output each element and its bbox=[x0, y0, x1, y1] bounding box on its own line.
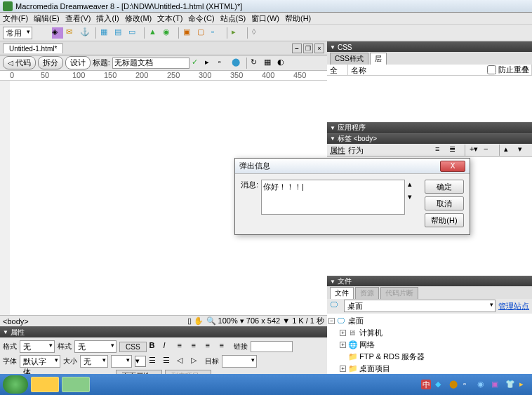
expand-icon[interactable]: − bbox=[328, 318, 335, 324]
tray-icon-2[interactable]: ⬤ bbox=[449, 380, 459, 389]
expand-icon[interactable]: + bbox=[340, 330, 346, 336]
insert-category-dropdown[interactable]: 常用 bbox=[3, 27, 32, 39]
refresh-icon[interactable]: ↻ bbox=[251, 58, 262, 69]
expand-icon[interactable]: + bbox=[340, 366, 346, 372]
task-explorer[interactable] bbox=[31, 377, 59, 392]
site-dropdown[interactable]: 桌面 bbox=[344, 300, 496, 312]
bold-icon[interactable]: B bbox=[149, 341, 161, 352]
prevent-overlap-checkbox[interactable] bbox=[487, 65, 496, 74]
style-dropdown[interactable]: 无 bbox=[74, 340, 117, 353]
properties-header[interactable]: 属性 bbox=[0, 326, 327, 337]
size-unit-dropdown[interactable] bbox=[111, 355, 132, 368]
align-right-icon[interactable]: ≡ bbox=[206, 341, 217, 352]
move-up-icon[interactable]: ▴ bbox=[504, 145, 515, 156]
link-input[interactable] bbox=[251, 341, 293, 352]
ime-icon[interactable]: 中 bbox=[421, 380, 431, 389]
attributes-tab[interactable]: 属性 bbox=[330, 145, 345, 156]
design-view-button[interactable]: 设计 bbox=[65, 56, 91, 69]
anchor-icon[interactable]: ⚓ bbox=[80, 27, 91, 39]
view-options-icon[interactable]: ▦ bbox=[264, 58, 275, 69]
visual-aids-icon[interactable]: ◐ bbox=[277, 58, 288, 69]
tree-item-computer[interactable]: 计算机 bbox=[359, 328, 383, 338]
list-ul-icon[interactable]: ☰ bbox=[149, 356, 160, 367]
window-size[interactable]: 706 x 542 ▼ 1 K / 1 秒 bbox=[246, 316, 324, 325]
indent-icon[interactable]: ▷ bbox=[191, 356, 202, 367]
css-button[interactable]: CSS bbox=[119, 342, 147, 352]
split-view-button[interactable]: 拆分 bbox=[38, 56, 63, 69]
media-icon[interactable]: ◉ bbox=[163, 27, 174, 39]
scroll-down-icon[interactable]: ▾ bbox=[408, 192, 419, 203]
color-swatch[interactable]: ▾ bbox=[135, 356, 146, 367]
title-input[interactable] bbox=[112, 58, 189, 69]
col-vis[interactable]: 全 bbox=[327, 65, 348, 75]
snippets-tab[interactable]: 代码片断 bbox=[380, 287, 418, 299]
show-set-icon[interactable]: ≡ bbox=[435, 145, 446, 156]
css-styles-tab[interactable]: CSS样式 bbox=[330, 53, 368, 65]
menu-commands[interactable]: 命令(C) bbox=[188, 13, 214, 24]
dialog-close-button[interactable]: X bbox=[440, 161, 465, 172]
email-icon[interactable]: ✉ bbox=[66, 27, 77, 39]
remove-behavior-icon[interactable]: − bbox=[484, 145, 495, 156]
minimize-icon[interactable]: ‒ bbox=[292, 43, 302, 53]
tray-icon-4[interactable]: ◉ bbox=[477, 380, 487, 389]
css-panel-header[interactable]: CSS bbox=[327, 41, 532, 52]
templates-icon[interactable]: ▸ bbox=[232, 27, 243, 39]
tree-item-ftp[interactable]: FTP & RDS 服务器 bbox=[359, 352, 425, 362]
date-icon[interactable]: ▣ bbox=[183, 27, 194, 39]
preview-icon[interactable]: ⬤ bbox=[232, 58, 243, 69]
align-justify-icon[interactable]: ≡ bbox=[220, 341, 231, 352]
check-icon[interactable]: ✓ bbox=[192, 58, 203, 69]
scroll-up-icon[interactable]: ▴ bbox=[408, 180, 419, 191]
image-icon[interactable]: ▲ bbox=[149, 27, 160, 39]
layers-tab[interactable]: 层 bbox=[370, 53, 387, 65]
manage-sites-link[interactable]: 管理站点 bbox=[498, 301, 529, 312]
menu-file[interactable]: 文件(F) bbox=[3, 13, 28, 24]
tray-icon-3[interactable]: ▫ bbox=[463, 380, 473, 389]
layout-icon[interactable]: ▤ bbox=[114, 27, 126, 39]
file-mgmt-icon[interactable]: ▫ bbox=[218, 58, 230, 69]
table-icon[interactable]: ▦ bbox=[100, 27, 112, 39]
cancel-button[interactable]: 取消 bbox=[425, 196, 464, 210]
code-view-button[interactable]: ◁ 代码 bbox=[3, 56, 36, 69]
assets-tab[interactable]: 资源 bbox=[355, 287, 379, 299]
align-left-icon[interactable]: ≡ bbox=[178, 341, 189, 352]
help-button[interactable]: 帮助(H) bbox=[425, 213, 464, 227]
tray-icon-1[interactable]: ◆ bbox=[435, 380, 445, 389]
tray-icon-5[interactable]: ▣ bbox=[491, 380, 501, 389]
hyperlink-icon[interactable]: ◈ bbox=[52, 27, 63, 39]
list-ol-icon[interactable]: ☰ bbox=[163, 356, 174, 367]
tray-icon-7[interactable]: ▸ bbox=[519, 380, 529, 389]
files-panel-header[interactable]: 文件 bbox=[327, 276, 532, 286]
tag-icon[interactable]: ◊ bbox=[252, 27, 263, 39]
server-icon[interactable]: ▢ bbox=[197, 27, 208, 39]
hand-icon[interactable]: ✋ bbox=[194, 316, 204, 325]
restore-icon[interactable]: ❐ bbox=[303, 43, 313, 53]
menu-view[interactable]: 查看(V) bbox=[65, 13, 91, 24]
move-down-icon[interactable]: ▾ bbox=[518, 145, 529, 156]
menu-modify[interactable]: 修改(M) bbox=[125, 13, 152, 24]
message-textarea[interactable]: 你好！！！| bbox=[261, 180, 405, 215]
div-icon[interactable]: ▭ bbox=[128, 27, 140, 39]
browser-icon[interactable]: ▸ bbox=[205, 58, 216, 69]
expand-icon[interactable]: + bbox=[340, 342, 346, 348]
zoom-icon[interactable]: 🔍 bbox=[206, 316, 216, 325]
ok-button[interactable]: 确定 bbox=[425, 180, 464, 194]
tree-item-desktop[interactable]: 桌面项目 bbox=[359, 363, 390, 374]
menu-edit[interactable]: 编辑(E) bbox=[34, 13, 60, 24]
comment-icon[interactable]: ▫ bbox=[211, 27, 222, 39]
menu-window[interactable]: 窗口(W) bbox=[251, 13, 279, 24]
tree-item-network[interactable]: 网络 bbox=[359, 340, 375, 350]
outdent-icon[interactable]: ◁ bbox=[177, 356, 188, 367]
tree-root[interactable]: 桌面 bbox=[348, 316, 364, 326]
start-button[interactable] bbox=[3, 375, 28, 394]
tag-selector[interactable]: <body> bbox=[3, 317, 29, 326]
files-tab[interactable]: 文件 bbox=[330, 287, 354, 299]
menu-insert[interactable]: 插入(I) bbox=[96, 13, 119, 24]
format-dropdown[interactable]: 无 bbox=[20, 340, 55, 353]
size-dropdown[interactable]: 无 bbox=[80, 355, 108, 368]
font-dropdown[interactable]: 默认字体 bbox=[20, 355, 60, 368]
target-dropdown[interactable] bbox=[222, 355, 257, 368]
menu-help[interactable]: 帮助(H) bbox=[285, 13, 311, 24]
close-icon[interactable]: × bbox=[314, 43, 324, 53]
pointer-icon[interactable]: ▯ bbox=[187, 316, 192, 325]
